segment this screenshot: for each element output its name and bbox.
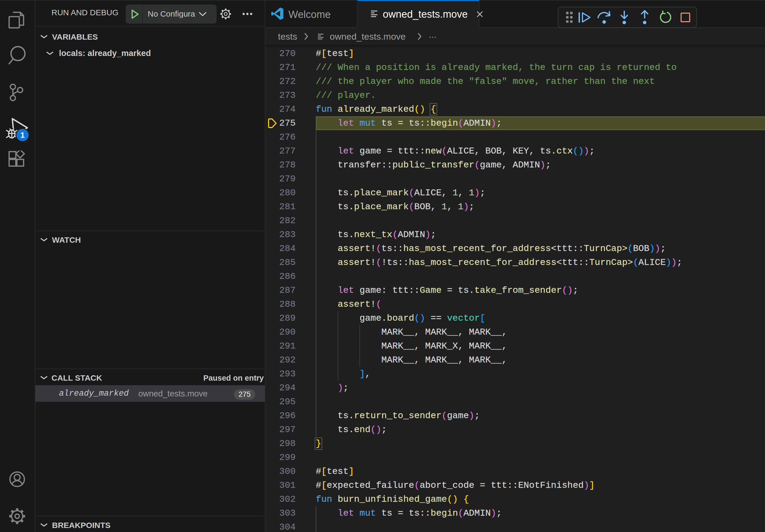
svg-text:1: 1 <box>20 131 25 139</box>
